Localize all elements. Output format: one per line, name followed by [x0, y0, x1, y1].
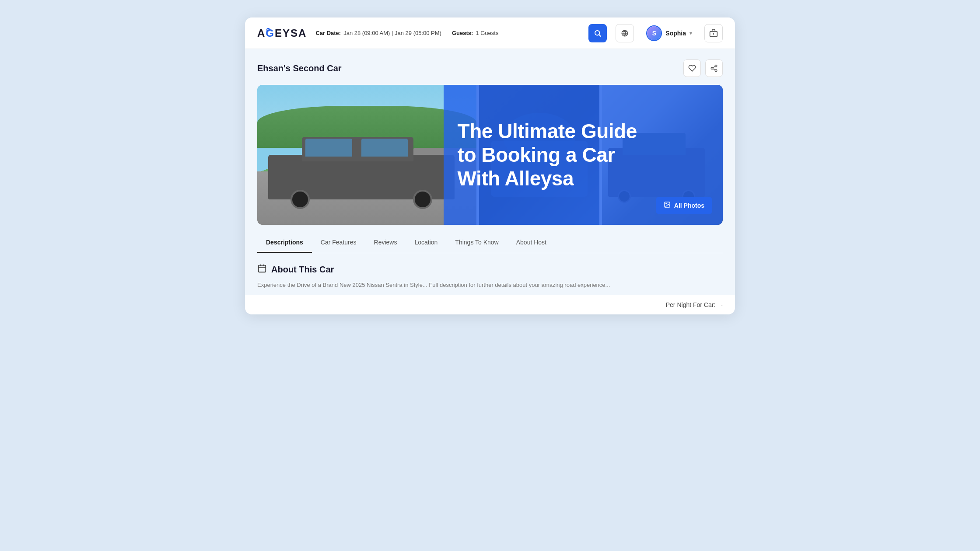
about-car-title: About This Car — [271, 265, 334, 275]
about-icon — [257, 264, 267, 276]
car-date-value: Jan 28 (09:00 AM) | Jan 29 (05:00 PM) — [343, 30, 441, 36]
photo-grid: The Ultimate Guide to Booking a Car With… — [257, 85, 723, 225]
main-photo[interactable] — [257, 85, 476, 225]
svg-point-12 — [665, 203, 666, 204]
svg-line-10 — [713, 66, 715, 68]
avatar: S — [646, 25, 662, 41]
guests-label: Guests: — [452, 30, 473, 36]
per-night-separator: - — [721, 301, 723, 308]
svg-point-7 — [711, 67, 713, 70]
cart-button[interactable] — [704, 24, 723, 42]
svg-point-6 — [715, 65, 717, 67]
logo-text: A G EYSA — [257, 27, 307, 39]
tab-location[interactable]: Location — [406, 233, 446, 253]
svg-line-1 — [599, 35, 601, 36]
wishlist-button[interactable] — [683, 59, 701, 77]
svg-rect-13 — [259, 265, 266, 272]
tab-things-to-know[interactable]: Things To Know — [446, 233, 507, 253]
car-date-area: Car Date: Jan 28 (09:00 AM) | Jan 29 (05… — [315, 30, 498, 36]
user-name: Sophia — [665, 30, 686, 37]
all-photos-label: All Photos — [674, 202, 704, 209]
page-title: Ehsan's Second Car — [257, 63, 342, 73]
tab-reviews[interactable]: Reviews — [365, 233, 406, 253]
tab-bar: Descriptions Car Features Reviews Locati… — [257, 233, 723, 253]
logo: A G EYSA — [257, 27, 307, 39]
svg-line-9 — [713, 69, 715, 70]
tab-about-host[interactable]: About Host — [508, 233, 555, 253]
guests-value: 1 Guests — [476, 30, 498, 36]
interior-photo[interactable] — [479, 85, 600, 225]
share-button[interactable] — [705, 59, 723, 77]
user-menu[interactable]: S Sophia ▾ — [643, 24, 696, 43]
tab-car-features[interactable]: Car Features — [312, 233, 365, 253]
svg-point-0 — [595, 31, 600, 35]
svg-point-8 — [715, 70, 717, 72]
main-container: A G EYSA Car Date: Jan 28 (09:00 AM) | J… — [245, 17, 735, 314]
search-button[interactable] — [588, 24, 607, 42]
per-night-label: Per Night For Car: — [666, 301, 716, 308]
about-description: Experience the Drive of a Brand New 2025… — [257, 281, 723, 289]
language-button[interactable] — [616, 24, 634, 42]
title-bar: Ehsan's Second Car — [257, 59, 723, 77]
bottom-bar: Per Night For Car: - — [245, 295, 735, 314]
page-content: Ehsan's Second Car — [245, 49, 735, 295]
about-section: About This Car Experience the Drive of a… — [257, 253, 723, 295]
all-photos-button[interactable]: All Photos — [656, 197, 712, 214]
car-date-label: Car Date: — [315, 30, 341, 36]
header: A G EYSA Car Date: Jan 28 (09:00 AM) | J… — [245, 17, 735, 49]
title-actions — [683, 59, 723, 77]
chevron-down-icon: ▾ — [690, 30, 692, 36]
about-title-area: About This Car — [257, 264, 723, 276]
photos-icon — [664, 201, 671, 210]
tab-descriptions[interactable]: Descriptions — [257, 233, 312, 253]
